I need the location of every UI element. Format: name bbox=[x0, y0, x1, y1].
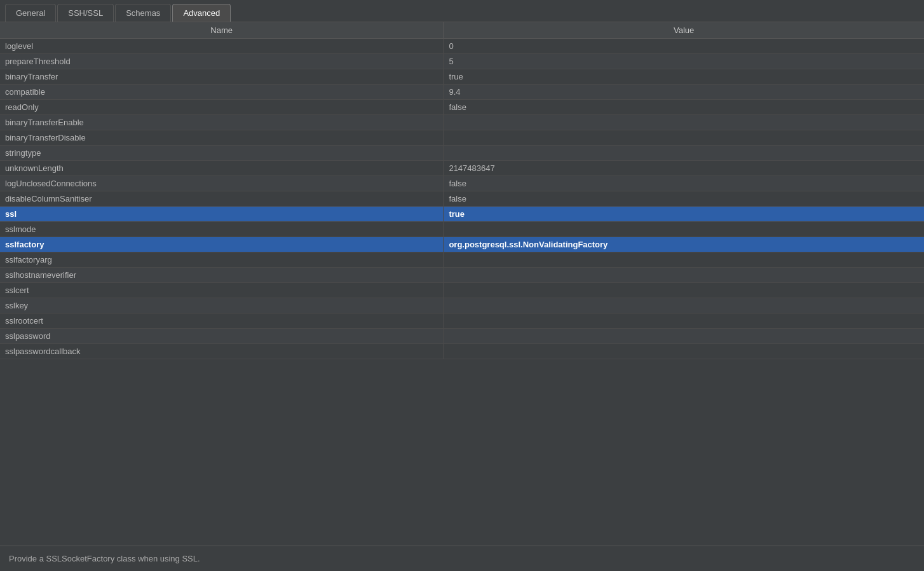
status-text: Provide a SSLSocketFactory class when us… bbox=[9, 554, 200, 563]
property-name: sslhostnameverifier bbox=[0, 268, 444, 283]
property-value bbox=[444, 313, 924, 329]
table-row[interactable]: binaryTransfertrue bbox=[0, 69, 924, 85]
property-value bbox=[444, 268, 924, 283]
property-name: binaryTransferDisable bbox=[0, 130, 444, 146]
property-value: 2147483647 bbox=[444, 161, 924, 176]
property-value bbox=[444, 146, 924, 161]
table-row[interactable]: unknownLength2147483647 bbox=[0, 161, 924, 176]
property-name: unknownLength bbox=[0, 161, 444, 176]
property-name: compatible bbox=[0, 85, 444, 100]
property-name: stringtype bbox=[0, 146, 444, 161]
property-name: binaryTransfer bbox=[0, 69, 444, 85]
table-row[interactable]: sslcert bbox=[0, 283, 924, 298]
property-value: false bbox=[444, 100, 924, 115]
property-name: sslkey bbox=[0, 298, 444, 313]
property-name: prepareThreshold bbox=[0, 54, 444, 69]
table-row[interactable]: loglevel0 bbox=[0, 39, 924, 54]
table-row[interactable]: prepareThreshold5 bbox=[0, 54, 924, 69]
table-row[interactable]: sslfactoryarg bbox=[0, 252, 924, 268]
tab-schemas[interactable]: Schemas bbox=[115, 4, 171, 22]
property-name: binaryTransferEnable bbox=[0, 115, 444, 130]
tab-bar: General SSH/SSL Schemas Advanced bbox=[0, 0, 924, 22]
table-row[interactable]: ssltrue bbox=[0, 207, 924, 222]
table-row[interactable]: sslpassword bbox=[0, 329, 924, 344]
table-row[interactable]: stringtype bbox=[0, 146, 924, 161]
property-name: sslpassword bbox=[0, 329, 444, 344]
property-name: sslfactory bbox=[0, 237, 444, 252]
property-value bbox=[444, 298, 924, 313]
table-row[interactable]: disableColumnSanitiserfalse bbox=[0, 191, 924, 207]
table-row[interactable]: sslmode bbox=[0, 222, 924, 237]
table-row[interactable]: sslpasswordcallback bbox=[0, 344, 924, 359]
property-value: 9.4 bbox=[444, 85, 924, 100]
property-name: readOnly bbox=[0, 100, 444, 115]
property-value bbox=[444, 329, 924, 344]
tab-general[interactable]: General bbox=[5, 4, 56, 22]
property-name: sslrootcert bbox=[0, 313, 444, 329]
property-value bbox=[444, 115, 924, 130]
table-row[interactable]: sslfactoryorg.postgresql.ssl.NonValidati… bbox=[0, 237, 924, 252]
column-header-name: Name bbox=[0, 22, 444, 39]
property-value: org.postgresql.ssl.NonValidatingFactory bbox=[444, 237, 924, 252]
status-bar: Provide a SSLSocketFactory class when us… bbox=[0, 546, 924, 571]
table-row[interactable]: compatible9.4 bbox=[0, 85, 924, 100]
table-row[interactable]: binaryTransferDisable bbox=[0, 130, 924, 146]
property-value: false bbox=[444, 191, 924, 207]
property-name: logUnclosedConnections bbox=[0, 176, 444, 191]
property-value: true bbox=[444, 69, 924, 85]
property-value bbox=[444, 252, 924, 268]
property-value: 5 bbox=[444, 54, 924, 69]
property-name: sslpasswordcallback bbox=[0, 344, 444, 359]
property-value: true bbox=[444, 207, 924, 222]
column-header-value: Value bbox=[444, 22, 924, 39]
property-name: sslfactoryarg bbox=[0, 252, 444, 268]
properties-table: Name Value loglevel0prepareThreshold5bin… bbox=[0, 22, 924, 359]
property-name: ssl bbox=[0, 207, 444, 222]
property-value bbox=[444, 222, 924, 237]
property-value: false bbox=[444, 176, 924, 191]
property-value bbox=[444, 283, 924, 298]
table-row[interactable]: logUnclosedConnectionsfalse bbox=[0, 176, 924, 191]
table-row[interactable]: readOnlyfalse bbox=[0, 100, 924, 115]
tab-advanced[interactable]: Advanced bbox=[172, 4, 231, 22]
table-row[interactable]: sslkey bbox=[0, 298, 924, 313]
property-value bbox=[444, 130, 924, 146]
property-name: sslcert bbox=[0, 283, 444, 298]
property-name: disableColumnSanitiser bbox=[0, 191, 444, 207]
property-name: loglevel bbox=[0, 39, 444, 54]
properties-table-container: Name Value loglevel0prepareThreshold5bin… bbox=[0, 22, 924, 517]
tab-sshssl[interactable]: SSH/SSL bbox=[57, 4, 114, 22]
table-row[interactable]: sslrootcert bbox=[0, 313, 924, 329]
property-value: 0 bbox=[444, 39, 924, 54]
table-header-row: Name Value bbox=[0, 22, 924, 39]
property-name: sslmode bbox=[0, 222, 444, 237]
property-value bbox=[444, 344, 924, 359]
table-row[interactable]: binaryTransferEnable bbox=[0, 115, 924, 130]
table-row[interactable]: sslhostnameverifier bbox=[0, 268, 924, 283]
